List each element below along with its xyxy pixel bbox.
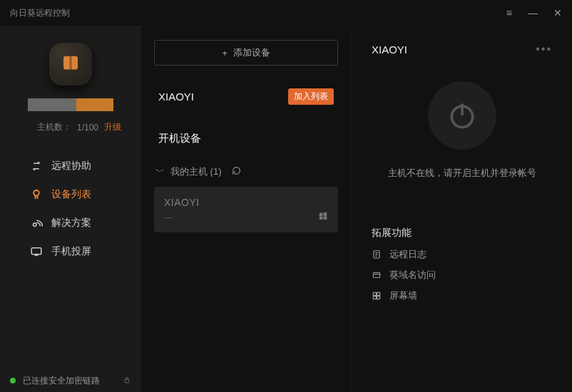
avatar-section: 主机数： 1/100 升级 (0, 43, 141, 133)
log-icon (372, 249, 382, 259)
status-dot-icon (10, 378, 16, 383)
right-panel: XIAOYI ••• 主机不在线，请开启主机并登录帐号 拓展功能 远程日志 (351, 26, 572, 392)
book-icon (60, 53, 81, 75)
power-button[interactable] (428, 81, 496, 150)
ext-remote-log[interactable]: 远程日志 (372, 248, 552, 261)
windows-icon (318, 211, 328, 224)
svg-rect-0 (70, 56, 72, 70)
svg-rect-4 (125, 379, 129, 383)
host-count-value: 1/100 (77, 123, 98, 133)
svg-rect-11 (373, 296, 376, 299)
close-icon[interactable]: ✕ (553, 7, 562, 19)
svg-rect-8 (373, 273, 379, 278)
lock-icon[interactable] (123, 376, 131, 386)
chevron-down-icon: ﹀ (155, 165, 165, 178)
status-text: 已连接安全加密链路 (23, 375, 100, 387)
nav-label: 设备列表 (51, 188, 91, 201)
center-panel: + 添加设备 XIAOYI 加入列表 开机设备 ﹀ 我的主机 (1) XIAOY… (141, 26, 351, 392)
svg-point-2 (34, 223, 37, 227)
nav-label: 解决方案 (51, 217, 91, 229)
matched-device-name: XIAOYI (158, 91, 194, 103)
device-card[interactable]: XIAOYI --- (154, 187, 338, 232)
ext-label: 葵域名访问 (389, 269, 436, 282)
extensions-list: 远程日志 葵域名访问 屏幕墙 (372, 248, 552, 302)
extensions-header: 拓展功能 (372, 227, 552, 239)
domain-icon (372, 270, 382, 280)
host-count: 主机数： 1/100 升级 (34, 121, 121, 133)
more-icon[interactable]: ••• (536, 43, 552, 56)
matched-device-row: XIAOYI 加入列表 (154, 88, 338, 105)
nav-label: 远程协助 (51, 160, 91, 172)
statusbar: 已连接安全加密链路 (0, 369, 141, 392)
username-obscured (28, 98, 113, 111)
svg-rect-9 (373, 292, 376, 295)
svg-rect-3 (31, 248, 41, 254)
refresh-icon[interactable] (232, 166, 241, 177)
minimize-icon[interactable]: — (528, 7, 538, 19)
main: 主机数： 1/100 升级 远程协助 设备列表 (0, 26, 572, 392)
add-device-button[interactable]: + 添加设备 (154, 40, 338, 66)
plus-icon: + (222, 48, 228, 58)
upgrade-link[interactable]: 升级 (104, 121, 121, 133)
group-label: 我的主机 (1) (170, 165, 222, 178)
join-list-button[interactable]: 加入列表 (288, 88, 334, 105)
ext-screen-wall[interactable]: 屏幕墙 (372, 289, 552, 302)
device-group-row[interactable]: ﹀ 我的主机 (1) (154, 165, 338, 178)
nav: 远程协助 设备列表 解决方案 手机投屏 (0, 152, 141, 266)
powered-on-section-title: 开机设备 (154, 132, 338, 145)
ext-label: 远程日志 (389, 248, 427, 261)
avatar[interactable] (49, 43, 92, 86)
nav-device-list[interactable]: 设备列表 (0, 180, 141, 209)
svg-rect-10 (377, 292, 380, 295)
swap-icon (30, 160, 43, 172)
nav-solutions[interactable]: 解决方案 (0, 209, 141, 237)
nav-phone-cast[interactable]: 手机投屏 (0, 237, 141, 266)
right-header: XIAOYI ••• (372, 43, 552, 56)
sidebar: 主机数： 1/100 升级 远程协助 设备列表 (0, 26, 141, 392)
sunflower-icon (30, 188, 43, 201)
ext-label: 屏幕墙 (389, 289, 417, 302)
ext-domain-access[interactable]: 葵域名访问 (372, 269, 552, 282)
power-icon (446, 100, 478, 131)
device-card-name: XIAOYI (164, 197, 328, 208)
menu-icon[interactable]: ≡ (506, 7, 512, 19)
selected-device-title: XIAOYI (372, 43, 407, 56)
cast-icon (30, 245, 43, 258)
satellite-icon (30, 217, 43, 229)
nav-label: 手机投屏 (51, 245, 91, 258)
offline-message: 主机不在线，请开启主机并登录帐号 (388, 167, 536, 180)
svg-rect-12 (377, 296, 380, 299)
app-title: 向日葵远程控制 (10, 7, 70, 19)
nav-remote-assist[interactable]: 远程协助 (0, 152, 141, 180)
extensions-section: 拓展功能 远程日志 葵域名访问 (372, 227, 552, 302)
grid-icon (372, 291, 382, 301)
device-card-sub: --- (164, 212, 328, 222)
titlebar: 向日葵远程控制 ≡ — ✕ (0, 0, 572, 26)
window-controls: ≡ — ✕ (506, 7, 562, 19)
add-device-label: 添加设备 (233, 46, 270, 59)
power-section: 主机不在线，请开启主机并登录帐号 (372, 81, 552, 180)
host-count-label: 主机数： (37, 121, 71, 133)
svg-point-1 (34, 190, 39, 196)
